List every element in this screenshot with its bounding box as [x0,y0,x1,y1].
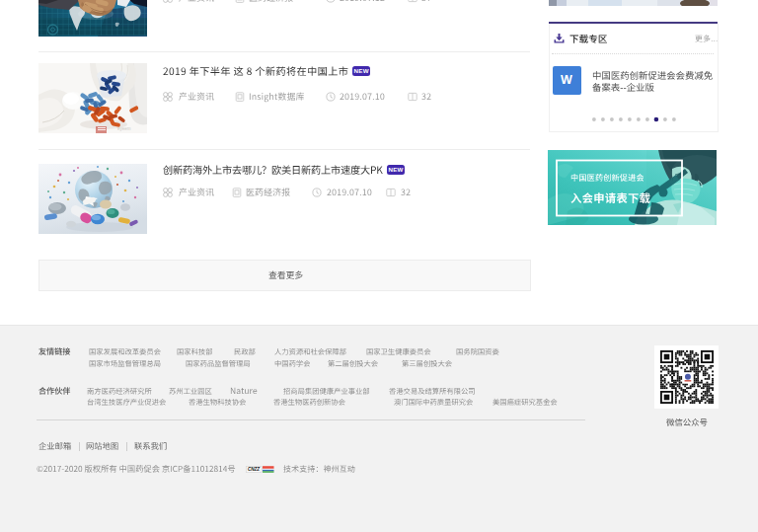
svg-text:CNZZ: CNZZ [248,468,260,473]
